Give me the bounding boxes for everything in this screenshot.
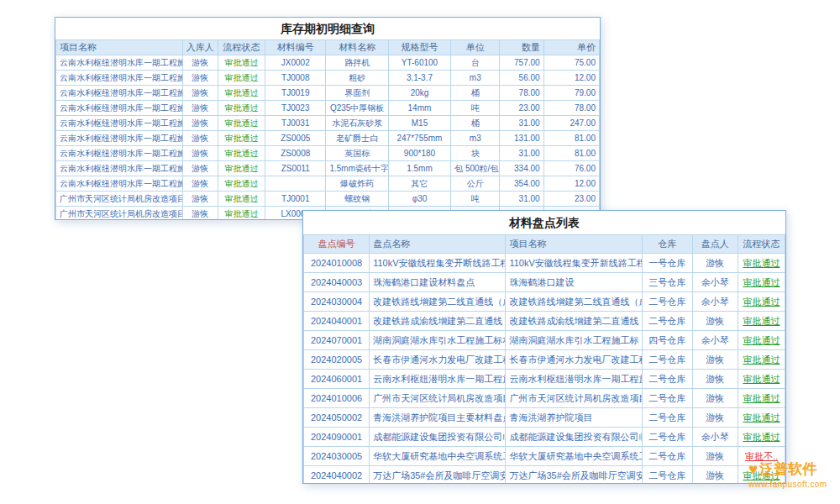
- record-link[interactable]: 2024040001: [304, 312, 370, 331]
- table-cell: 游恢: [692, 408, 738, 428]
- record-link[interactable]: 2024090001: [304, 428, 370, 447]
- record-link[interactable]: 2024040002: [304, 466, 370, 485]
- table-cell: 青海洪湖养护院项目: [506, 408, 642, 428]
- table-cell: 桶: [451, 116, 500, 131]
- status-text[interactable]: 审批通过: [738, 312, 785, 331]
- table-cell: 华软大厦研究基地中央空调系统工程材...: [370, 447, 506, 466]
- table-cell: 20kg: [388, 86, 450, 101]
- column-header[interactable]: 单位: [451, 40, 500, 55]
- status-text[interactable]: 审批通过: [738, 273, 785, 292]
- status-text[interactable]: 审批通过: [738, 370, 785, 389]
- table-row[interactable]: 云南水利枢纽潜明水库一期工程施工标游恢审批通过ZS0005老矿爵士白247*75…: [56, 131, 600, 146]
- record-link[interactable]: 2024020005: [304, 350, 370, 370]
- column-header[interactable]: 材料编号: [265, 40, 326, 55]
- record-link[interactable]: 2024070001: [304, 331, 370, 350]
- table-cell: ZS0011: [265, 161, 326, 176]
- table-cell: 广州市天河区统计局机房改造项目: [56, 207, 183, 221]
- record-link[interactable]: 2024040003: [304, 273, 370, 292]
- table-cell: 成都能源建设集团投资有限公司临时办...: [370, 428, 506, 447]
- table-row[interactable]: 云南水利枢纽潜明水库一期工程施工标游恢审批通过TJ0031水泥石灰砂浆M15桶3…: [56, 116, 600, 131]
- record-link[interactable]: 2024010008: [304, 254, 370, 273]
- table-cell: 二号仓库: [642, 312, 692, 331]
- column-header[interactable]: 流程状态: [218, 40, 265, 55]
- status-text[interactable]: 审批通过: [738, 331, 785, 350]
- material-stocktake-table: 盘点编号盘点名称项目名称仓库盘点人流程状态 2024010008110kV安徽线…: [303, 234, 785, 484]
- table-row[interactable]: 云南水利枢纽潜明水库一期工程施工标游恢审批通过TJ0019界面剂20kg桶78.…: [56, 86, 600, 101]
- column-header[interactable]: 项目名称: [56, 40, 183, 55]
- column-header[interactable]: 盘点编号: [304, 235, 370, 254]
- column-header[interactable]: 项目名称: [506, 235, 642, 254]
- status-text: 审批通过: [218, 86, 265, 101]
- record-link[interactable]: 2024030004: [304, 292, 370, 312]
- table-row[interactable]: 2024010008110kV安徽线程集变开断线路工程材料...110kV安徽线…: [304, 254, 785, 273]
- table-cell: 游恢: [182, 55, 218, 71]
- table-cell: 游恢: [182, 161, 218, 176]
- table-row[interactable]: 2024040001改建铁路成渝线增建第二直通线（成渝...改建铁路成渝线增建第…: [304, 312, 785, 331]
- table-cell: 余小琴: [692, 428, 738, 447]
- table-cell: TJ0008: [265, 71, 326, 86]
- table-cell: TJ0019: [265, 86, 326, 101]
- column-header[interactable]: 规格型号: [388, 40, 450, 55]
- table-row[interactable]: 2024070001湖南洞庭湖水库引水工程施工标材料盘点湖南洞庭湖水库引水工程施…: [304, 331, 785, 350]
- column-header[interactable]: 数量: [500, 40, 543, 55]
- table-cell: 云南水利枢纽潜明水库一期工程施工标: [506, 370, 642, 389]
- record-link[interactable]: 2024010006: [304, 389, 370, 408]
- record-link[interactable]: 2024050002: [304, 408, 370, 428]
- table-cell: YT-60100: [388, 55, 450, 71]
- table-row[interactable]: 2024040002万达广场35#会所及咖啡厅空调安装工...万达广场35#会所…: [304, 466, 785, 485]
- table-row[interactable]: 云南水利枢纽潜明水库一期工程施工标游恢审批通过JX0002路拌机YT-60100…: [56, 55, 600, 71]
- column-header[interactable]: 入库人: [182, 40, 218, 55]
- table-cell: 游恢: [182, 116, 218, 131]
- table-cell: 游恢: [182, 101, 218, 116]
- table-row[interactable]: 云南水利枢纽潜明水库一期工程施工标游恢审批通过TJ0008粗砂3.1-3.7m3…: [56, 71, 600, 86]
- column-header[interactable]: 仓库: [642, 235, 692, 254]
- table-cell: TJ0031: [265, 116, 326, 131]
- record-link[interactable]: 2024030005: [304, 447, 370, 466]
- status-text[interactable]: 审批通过: [738, 254, 785, 273]
- table-cell: 云南水利枢纽潜明水库一期工程施工标: [56, 131, 183, 146]
- table-row[interactable]: 2024040003珠海鹤港口建设材料盘点珠海鹤港口建设三号仓库余小琴审批通过: [304, 273, 785, 292]
- status-text[interactable]: 审批通过: [738, 350, 785, 370]
- table-cell: 广州市天河区统计局机房改造项目: [56, 192, 183, 207]
- table-row[interactable]: 2024030004改建铁路线增建第二线直通线（成都-西...改建铁路线增建第二…: [304, 292, 785, 312]
- table-cell: 游恢: [692, 370, 738, 389]
- table-row[interactable]: 2024010006广州市天河区统计局机房改造项目材料...广州市天河区统计局机…: [304, 389, 785, 408]
- table-cell: 青海洪湖养护院项目主要材料盘点: [370, 408, 506, 428]
- status-text[interactable]: 审批通过: [738, 292, 785, 312]
- table-cell: 广州市天河区统计局机房改造项目材料...: [370, 389, 506, 408]
- table-cell: 二号仓库: [642, 350, 692, 370]
- table-cell: 游恢: [182, 176, 218, 192]
- header-row: 项目名称入库人流程状态材料编号材料名称规格型号单位数量单价: [56, 40, 600, 55]
- table-row[interactable]: 云南水利枢纽潜明水库一期工程施工标游恢审批通过ZS0008英国棕900*180块…: [56, 146, 600, 161]
- table-row[interactable]: 云南水利枢纽潜明水库一期工程施工标游恢审批通过ZS00111.5mm瓷砖十字胶粒…: [56, 161, 600, 176]
- table-cell: 游恢: [182, 86, 218, 101]
- column-header[interactable]: 流程状态: [738, 235, 785, 254]
- status-text: 审批通过: [218, 176, 265, 192]
- column-header[interactable]: 盘点名称: [370, 235, 506, 254]
- column-header[interactable]: 材料名称: [326, 40, 388, 55]
- table-row[interactable]: 2024030005华软大厦研究基地中央空调系统工程材...华软大厦研究基地中央…: [304, 447, 785, 466]
- table-row[interactable]: 2024020005长春市伊通河水力发电厂改建工程材料...长春市伊通河水力发电…: [304, 350, 785, 370]
- status-text[interactable]: 审批通过: [738, 408, 785, 428]
- table-cell: 螺纹钢: [326, 192, 388, 207]
- status-text[interactable]: 审批通过: [738, 389, 785, 408]
- table-cell: 台: [451, 55, 500, 71]
- table-row[interactable]: 2024060001云南水利枢纽潜明水库一期工程施工标...云南水利枢纽潜明水库…: [304, 370, 785, 389]
- table-row[interactable]: 2024090001成都能源建设集团投资有限公司临时办...成都能源建设集团投资…: [304, 428, 785, 447]
- table-cell: 二号仓库: [642, 292, 692, 312]
- table-cell: ZS0005: [265, 131, 326, 146]
- table-row[interactable]: 云南水利枢纽潜明水库一期工程施工标游恢审批通过爆破炸药其它公斤354.0012.…: [56, 176, 600, 192]
- table-cell: 31.00: [500, 116, 543, 131]
- record-link[interactable]: 2024060001: [304, 370, 370, 389]
- table-cell: 二号仓库: [642, 447, 692, 466]
- status-text[interactable]: 审批通过: [738, 428, 785, 447]
- column-header[interactable]: 单价: [543, 40, 599, 55]
- table-cell: 华软大厦研究基地中央空调系统工程: [506, 447, 642, 466]
- table-cell: JX0002: [265, 55, 326, 71]
- table-row[interactable]: 云南水利枢纽潜明水库一期工程施工标游恢审批通过TJ0023Q235中厚钢板14m…: [56, 101, 600, 116]
- table-row[interactable]: 广州市天河区统计局机房改造项目游恢审批通过TJ0001螺纹钢φ30吨31.002…: [56, 192, 600, 207]
- table-cell: 81.00: [543, 131, 599, 146]
- table-row[interactable]: 2024050002青海洪湖养护院项目主要材料盘点青海洪湖养护院项目二号仓库游恢…: [304, 408, 785, 428]
- table-cell: 余小琴: [692, 273, 738, 292]
- column-header[interactable]: 盘点人: [692, 235, 738, 254]
